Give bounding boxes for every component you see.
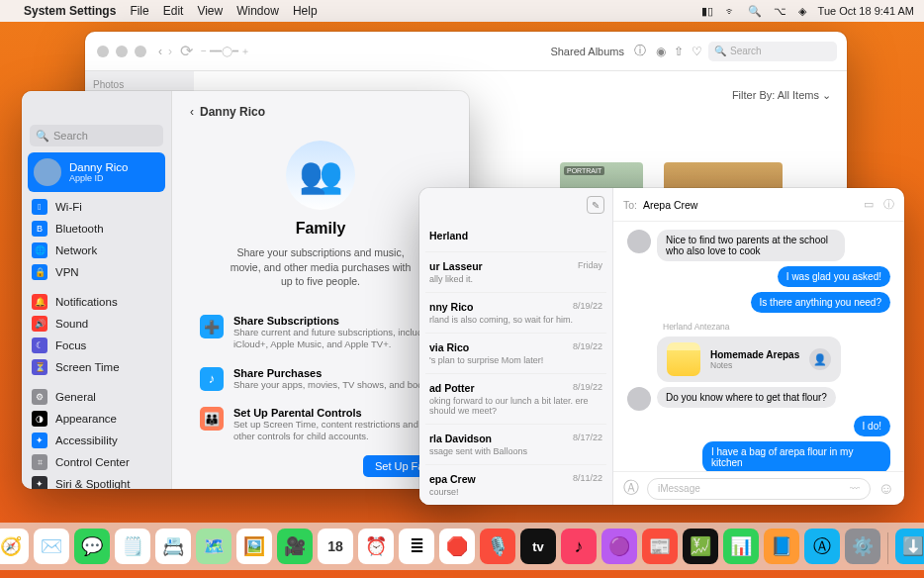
conversation-item[interactable]: Herland [425, 222, 606, 252]
sidebar-label: Network [55, 244, 97, 256]
dock-icon[interactable]: 🧭 [0, 529, 29, 564]
dock-icon[interactable]: 🟣 [601, 529, 637, 564]
sidebar-item-bluetooth[interactable]: BBluetooth [22, 218, 171, 240]
dictation-icon[interactable]: 〰 [850, 483, 860, 494]
app-menu[interactable]: System Settings [24, 4, 116, 18]
sidebar-item-focus[interactable]: ☾Focus [22, 335, 171, 356]
dock-icon[interactable]: ⚙️ [845, 529, 880, 564]
photos-toolbar: ‹ › ⟳ − ━━◯━ ＋ Shared Albums ⓘ ◉ ⇧ ♡ 🔍 S… [85, 32, 847, 71]
back-button[interactable]: ‹ Danny Rico [190, 105, 451, 119]
settings-search[interactable]: 🔍 Search [30, 125, 163, 146]
apps-icon[interactable]: Ⓐ [623, 478, 639, 499]
clock[interactable]: Tue Oct 18 9:41 AM [818, 5, 914, 17]
sidebar-icon: 🔒 [32, 264, 47, 280]
conv-name: Herland [429, 230, 468, 241]
menu-help[interactable]: Help [293, 4, 318, 18]
conversation-item[interactable]: epa Crew8/11/22course! [425, 465, 606, 505]
sidebar-icon: 􀙇 [32, 199, 47, 215]
battery-icon[interactable]: ▮▯ [701, 5, 713, 18]
conversation-item[interactable]: rla Davidson8/17/22ssage sent with Ballo… [425, 425, 606, 465]
dock-icon[interactable]: ≣ [399, 529, 434, 564]
menu-window[interactable]: Window [236, 4, 279, 18]
sidebar-item-vpn[interactable]: 🔒VPN [22, 261, 171, 283]
dock-icon[interactable]: ♪ [561, 529, 597, 564]
sidebar-item-general[interactable]: ⚙General [22, 386, 171, 408]
conv-name: epa Crew [429, 473, 476, 485]
sidebar-item-sound[interactable]: 🔊Sound [22, 313, 171, 335]
sidebar-label: Accessibility [55, 434, 118, 446]
sidebar-item-notifications[interactable]: 🔔Notifications [22, 291, 171, 313]
sidebar-item-accessibility[interactable]: ✦Accessibility [22, 430, 171, 451]
dock-icon[interactable]: 🛑 [439, 529, 475, 564]
info-icon[interactable]: ⓘ [883, 198, 894, 212]
conversation-item[interactable]: ur LasseurFridayally liked it. [425, 252, 606, 293]
family-hero-icon: 👥 [286, 141, 355, 210]
menu-edit[interactable]: Edit [163, 4, 184, 18]
dock-icon[interactable]: 📇 [155, 529, 191, 564]
wifi-icon[interactable]: ᯤ [725, 5, 736, 17]
dock-icon[interactable]: 📊 [723, 529, 759, 564]
sidebar-item-appearance[interactable]: ◑Appearance [22, 408, 171, 430]
favorite-icon[interactable]: ♡ [692, 45, 702, 58]
facetime-icon[interactable]: ▭ [864, 198, 874, 212]
dock-icon[interactable]: ⬇️ [895, 529, 924, 564]
sidebar-icon: ✦ [32, 476, 47, 489]
photos-search[interactable]: 🔍 Search [708, 42, 837, 61]
menu-file[interactable]: File [130, 4, 148, 18]
info-icon[interactable]: ⓘ [634, 43, 646, 59]
note-attachment[interactable]: Homemade ArepasNotes 👤 [657, 337, 841, 382]
conv-date: Friday [578, 260, 602, 272]
share-icon[interactable]: ⇧ [674, 45, 684, 58]
traffic-lights[interactable] [85, 36, 158, 67]
sidebar-icon: ✦ [32, 433, 47, 448]
incoming-message: Do you know where to get that flour? [657, 387, 836, 408]
sidebar-profile[interactable]: Danny Rico Apple ID [28, 152, 165, 192]
outgoing-message: I do! [854, 416, 890, 436]
menu-view[interactable]: View [197, 4, 223, 18]
back-icon[interactable]: ‹ [158, 45, 162, 58]
conversation-item[interactable]: nny Rico8/19/22rland is also coming, so … [425, 293, 606, 334]
sidebar-item-network[interactable]: 🌐Network [22, 240, 171, 261]
dock-icon[interactable]: 📘 [764, 529, 799, 564]
spotlight-icon[interactable]: 🔍 [748, 5, 762, 18]
sidebar-icon: ◑ [32, 411, 47, 427]
sidebar-label: Sound [55, 318, 88, 330]
dock-icon[interactable]: 🗒️ [115, 529, 150, 564]
sidebar-icon: 🌐 [32, 242, 47, 258]
sidebar-item-wi-fi[interactable]: 􀙇Wi-Fi [22, 196, 171, 218]
sidebar-item-siri-spotlight[interactable]: ✦Siri & Spotlight [22, 473, 171, 489]
dock-icon[interactable]: 💬 [74, 529, 110, 564]
dock-icon[interactable]: tv [520, 529, 556, 564]
option-icon: ♪ [200, 367, 224, 391]
filter-by[interactable]: Filter By: All Items ⌄ [732, 89, 831, 102]
zoom-slider[interactable]: − ━━◯━ ＋ [201, 45, 250, 58]
control-center-icon[interactable]: ⌥ [774, 5, 786, 18]
dock-icon[interactable]: Ⓐ [804, 529, 840, 564]
sidebar-item-screen-time[interactable]: ⏳Screen Time [22, 356, 171, 378]
dock-icon[interactable]: 18 [318, 529, 353, 564]
outgoing-message: Is there anything you need? [751, 292, 890, 313]
message-input[interactable]: iMessage 〰 [647, 478, 871, 500]
siri-icon[interactable]: ◈ [798, 5, 806, 18]
settings-search-placeholder: Search [53, 130, 88, 142]
dock-icon[interactable]: 🖼️ [236, 529, 272, 564]
dock-icon[interactable]: ✉️ [34, 529, 69, 564]
dock-icon[interactable]: 🎥 [277, 529, 313, 564]
emoji-icon[interactable]: ☺ [878, 480, 894, 498]
dock-icon[interactable]: 🎙️ [480, 529, 515, 564]
dock-icon[interactable]: 💹 [683, 529, 718, 564]
add-people-icon[interactable]: 👤 [809, 348, 831, 370]
sidebar-item-control-center[interactable]: ⌗Control Center [22, 451, 171, 473]
dock-icon[interactable]: ⏰ [358, 529, 394, 564]
dock-icon[interactable]: 📰 [642, 529, 678, 564]
people-icon[interactable]: ◉ [656, 45, 666, 58]
rotate-icon[interactable]: ⟳ [180, 42, 193, 60]
dock-icon[interactable]: 🗺️ [196, 529, 231, 564]
conversation-item[interactable]: via Rico8/19/22's plan to surprise Mom l… [425, 334, 606, 374]
conversation-item[interactable]: ad Potter8/19/22oking forward to our lun… [425, 374, 606, 425]
sidebar-label: Notifications [55, 296, 118, 308]
outgoing-message: I have a bag of arepa flour in my kitche… [702, 441, 890, 471]
shared-albums-dropdown[interactable]: Shared Albums [550, 46, 624, 57]
option-sub: Share current and future subscriptions, … [233, 327, 441, 351]
compose-icon[interactable]: ✎ [587, 196, 604, 214]
